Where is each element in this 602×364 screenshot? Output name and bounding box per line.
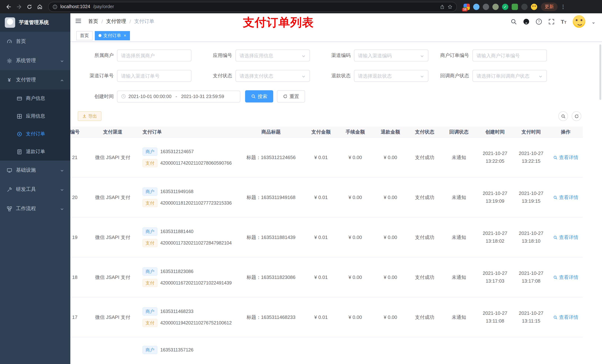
view-detail-link[interactable]: 查看详情 bbox=[553, 194, 578, 201]
logo-avatar bbox=[5, 17, 15, 28]
cell-notify: 未通知 bbox=[441, 314, 476, 321]
cell-channel: 微信 JSAPI 支付 bbox=[90, 314, 136, 321]
cell-pay-time: 2021-10-2713:11:15 bbox=[514, 310, 549, 325]
search-toggle-button[interactable] bbox=[558, 111, 568, 121]
cell-create-time: 2021-10-2713:17:03 bbox=[476, 270, 514, 285]
notify-status-select[interactable] bbox=[476, 73, 536, 79]
search-icon bbox=[553, 275, 558, 280]
cell-id: 19 bbox=[70, 234, 90, 241]
cell-amount: ¥ 0.01 bbox=[304, 314, 338, 321]
filter-field-notify-status: 回调商户状态 bbox=[433, 70, 547, 82]
merchant-order-no-input[interactable] bbox=[476, 53, 543, 58]
orders-table: 编号 支付渠道 支付订单 商品标题 支付金额 手续金额 退款金额 支付状态 回调… bbox=[70, 126, 583, 364]
col-pay-time: 支付时间 bbox=[514, 128, 549, 135]
sidebar-item-infrastructure[interactable]: 基础设施 bbox=[0, 161, 70, 180]
date-range-input[interactable]: 2021-10-01 00:00:00 - 2021-10-31 23:59:5… bbox=[117, 90, 240, 102]
cell-status: 支付成功 bbox=[408, 234, 441, 241]
search-icon bbox=[553, 155, 558, 160]
extension-emoji-icon[interactable] bbox=[531, 3, 537, 10]
breadcrumb-item-home[interactable]: 首页 bbox=[88, 18, 98, 25]
monitor-icon bbox=[6, 167, 12, 173]
back-button[interactable] bbox=[4, 2, 13, 11]
browser-menu-icon[interactable]: ⋮ bbox=[558, 4, 568, 10]
sidebar-item-app-info[interactable]: 应用信息 bbox=[0, 107, 70, 125]
clock-icon bbox=[121, 94, 126, 99]
info-icon[interactable] bbox=[53, 4, 57, 9]
avatar-caret-icon[interactable] bbox=[592, 20, 595, 23]
update-button[interactable]: 更新 bbox=[541, 2, 558, 11]
github-icon[interactable] bbox=[523, 18, 529, 25]
cell-channel: 微信 JSAPI 支付 bbox=[90, 194, 136, 201]
extension-check-icon[interactable]: ✓ bbox=[502, 3, 508, 10]
view-detail-link[interactable]: 查看详情 bbox=[553, 314, 578, 321]
cell-title: 标题：1635311468233 bbox=[238, 314, 304, 321]
fullscreen-icon[interactable] bbox=[548, 18, 554, 25]
scrollbar-thumb[interactable] bbox=[599, 44, 601, 100]
tag-home[interactable]: 首页 bbox=[76, 31, 93, 40]
help-icon[interactable]: ? bbox=[536, 18, 542, 25]
sidebar-item-merchant-info[interactable]: 商户信息 bbox=[0, 90, 70, 107]
sidebar-item-refund-order[interactable]: 退款订单 bbox=[0, 143, 70, 161]
refund-status-select[interactable] bbox=[358, 73, 418, 79]
extension-icon-7[interactable] bbox=[521, 3, 527, 10]
chevron-down-icon bbox=[420, 74, 424, 78]
cell-fee: ¥ 0.00 bbox=[338, 194, 373, 201]
extension-icon-4[interactable] bbox=[492, 3, 499, 10]
navbar-actions: ? TT bbox=[510, 15, 595, 28]
font-size-icon[interactable]: TT bbox=[561, 19, 567, 24]
channel-code-select[interactable] bbox=[358, 53, 418, 58]
export-button[interactable]: 导出 bbox=[78, 111, 101, 121]
view-detail-link[interactable]: 查看详情 bbox=[553, 274, 578, 281]
cell-amount: ¥ 0.01 bbox=[304, 234, 338, 241]
dashboard-icon bbox=[6, 39, 12, 44]
cell-id: 20 bbox=[70, 194, 90, 201]
breadcrumb-item-payment[interactable]: 支付管理 bbox=[106, 18, 126, 25]
url-bar[interactable]: localhost:1024/pay/order bbox=[48, 2, 457, 12]
grid-icon bbox=[16, 113, 22, 119]
pay-status-select[interactable] bbox=[239, 73, 299, 79]
sidebar-item-workflow[interactable]: 工作流程 bbox=[0, 199, 70, 218]
logo: 芋道管理系统 bbox=[0, 13, 70, 32]
home-button[interactable] bbox=[35, 2, 44, 11]
cell-create-time: 2021-10-2713:19:09 bbox=[476, 190, 514, 205]
reset-button[interactable]: 重置 bbox=[277, 90, 305, 103]
sidebar-item-pay-order[interactable]: 支付订单 bbox=[0, 125, 70, 143]
avatar[interactable] bbox=[573, 15, 585, 28]
breadcrumb-item-pay-order: 支付订单 bbox=[134, 18, 154, 25]
view-detail-link[interactable]: 查看详情 bbox=[553, 154, 578, 161]
sidebar-item-system[interactable]: 系统管理 bbox=[0, 51, 70, 70]
logo-title: 芋道管理系统 bbox=[19, 19, 49, 26]
cell-id: 17 bbox=[70, 314, 90, 321]
forward-button[interactable] bbox=[14, 2, 24, 11]
search-icon[interactable] bbox=[510, 18, 517, 25]
sidebar-item-home[interactable]: 首页 bbox=[0, 32, 70, 51]
extension-icon-2[interactable] bbox=[473, 3, 479, 10]
extension-puzzle-icon[interactable]: 10 bbox=[463, 3, 470, 10]
extension-icon-3[interactable] bbox=[483, 3, 489, 10]
merchant-input[interactable] bbox=[121, 53, 187, 58]
chevron-down-icon bbox=[60, 59, 64, 63]
extension-icon-6[interactable] bbox=[512, 3, 518, 10]
table-row: 19 微信 JSAPI 支付 商户1635311881440 支付4200001… bbox=[70, 218, 583, 258]
view-detail-link[interactable]: 查看详情 bbox=[553, 234, 578, 241]
page-annotation: 支付订单列表 bbox=[243, 15, 314, 30]
reload-button[interactable] bbox=[24, 2, 34, 11]
download-icon bbox=[82, 114, 87, 118]
sidebar-item-dev-tools[interactable]: 研发工具 bbox=[0, 180, 70, 199]
channel-order-no-input[interactable] bbox=[121, 73, 187, 79]
svg-text:?: ? bbox=[538, 20, 540, 23]
hamburger-icon[interactable] bbox=[75, 17, 83, 26]
col-id: 编号 bbox=[70, 128, 90, 135]
refresh-button[interactable] bbox=[572, 111, 581, 121]
bookmark-star-icon[interactable] bbox=[448, 4, 452, 9]
app-select[interactable] bbox=[239, 53, 299, 58]
search-button[interactable]: 搜索 bbox=[245, 90, 273, 103]
tag-pay-order[interactable]: 支付订单 × bbox=[95, 31, 130, 40]
cell-channel: 微信 JSAPI 支付 bbox=[90, 274, 136, 281]
search-icon bbox=[553, 195, 558, 199]
cell-actions: 查看详情 bbox=[549, 194, 583, 201]
share-icon[interactable] bbox=[440, 4, 445, 9]
close-icon[interactable]: × bbox=[124, 33, 126, 38]
col-refund: 退款金额 bbox=[373, 128, 408, 135]
sidebar-item-payment[interactable]: ¥ 支付管理 bbox=[0, 70, 70, 90]
